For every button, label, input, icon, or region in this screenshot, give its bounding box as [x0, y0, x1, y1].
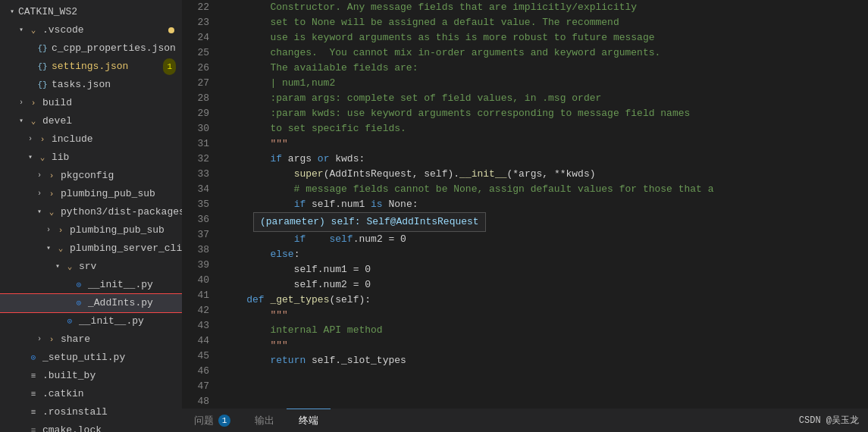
c-cpp-label: c_cpp_properties.json [52, 40, 176, 57]
cmake-icon: ≡ [27, 424, 39, 432]
sidebar-plumbing-pub-sub2[interactable]: › plumbing_pub_sub [0, 221, 182, 239]
arrow-icon [24, 131, 36, 148]
tab-problems[interactable]: 问题 1 [182, 409, 243, 432]
sidebar-vscode[interactable]: ⌄ .vscode [0, 21, 182, 39]
sidebar-share[interactable]: › share [0, 330, 182, 349]
settings-badge: 1 [163, 58, 176, 75]
tab-output-label: 输出 [255, 414, 274, 427]
arrow-icon [15, 95, 27, 111]
json-icon: {} [36, 61, 49, 73]
line-number: 22 [185, 0, 209, 15]
sidebar-pkgconfig[interactable]: › pkgconfig [0, 167, 182, 185]
sidebar-catkin[interactable]: ≡ .catkin [0, 385, 182, 403]
line-number: 47 [185, 379, 209, 394]
folder-icon: ⌄ [45, 206, 58, 218]
line-number: 23 [185, 15, 209, 30]
sidebar-devel[interactable]: ⌄ devel [0, 112, 182, 130]
modified-dot [168, 27, 174, 33]
line-number: 32 [185, 152, 209, 167]
code-line: use is keyword arguments as this is more… [223, 30, 868, 45]
settings-label: settings.json [52, 58, 128, 75]
sidebar-rosinstall[interactable]: ≡ .rosinstall [0, 403, 182, 421]
line-number: 25 [185, 45, 209, 61]
line-number: 28 [185, 91, 209, 106]
code-area[interactable]: Constructor. Any message fields that are… [217, 0, 868, 408]
line-number: 29 [185, 106, 209, 121]
code-line: if self.num1 is None: [223, 197, 868, 212]
folder-icon: › [36, 133, 49, 146]
sidebar-plumbing-pub-sub[interactable]: › plumbing_pub_sub [0, 185, 182, 203]
file-icon: ≡ [27, 388, 39, 400]
code-line: self.num2 = 0 [223, 277, 868, 293]
sidebar-c-cpp[interactable]: {} c_cpp_properties.json [0, 39, 182, 58]
sidebar-python3[interactable]: ⌄ python3/dist-packages [0, 203, 182, 221]
sidebar-lib[interactable]: ⌄ lib [0, 149, 182, 167]
code-line: super(AddIntsRequest, self).__init__(*ar… [223, 167, 868, 182]
sidebar-init-py[interactable]: ⊙ __init__.py [0, 276, 182, 294]
line-number: 46 [185, 364, 209, 379]
tab-output[interactable]: 输出 [243, 409, 287, 432]
sidebar-cmake-lock[interactable]: ≡ cmake.lock [0, 421, 182, 432]
code-line: set to None will be assigned a default v… [223, 15, 868, 30]
setup-util-label: _setup_util.py [42, 349, 125, 366]
line-number: 24 [185, 30, 209, 45]
json-icon: {} [36, 42, 49, 55]
sidebar-setup-util[interactable]: ⊙ _setup_util.py [0, 349, 182, 367]
sidebar-built-by[interactable]: ≡ .built_by [0, 367, 182, 385]
main-area: CATKIN_WS2 ⌄ .vscode {} c_cpp_properties… [0, 0, 868, 432]
pkgconfig-label: pkgconfig [61, 167, 114, 184]
python-icon: ⊙ [64, 315, 76, 327]
devel-label: devel [42, 113, 72, 130]
line-number: 27 [185, 76, 209, 91]
plumbing-pub-sub-label: plumbing_pub_sub [61, 186, 155, 202]
line-number: 43 [185, 318, 209, 333]
tasks-label: tasks.json [52, 77, 111, 93]
folder-icon: › [45, 333, 58, 346]
line-numbers: 2223242526272829303132333435363738394041… [182, 0, 217, 408]
code-line: internal API method [223, 323, 868, 338]
folder-icon: › [45, 188, 58, 200]
tab-bar: 问题 1 输出 终端 [182, 409, 331, 432]
sidebar-settings[interactable]: {} settings.json 1 [0, 58, 182, 76]
code-line: changes. You cannot mix in-order argumen… [223, 45, 868, 61]
arrow-icon [33, 204, 45, 221]
arrow-icon [33, 186, 45, 202]
sidebar-srv[interactable]: ⌄ srv [0, 258, 182, 276]
tab-problems-label: 问题 [194, 414, 214, 427]
vscode-label: .vscode [42, 22, 84, 39]
sidebar-root[interactable]: CATKIN_WS2 [0, 3, 182, 21]
line-number: 45 [185, 349, 209, 364]
rosinstall-label: .rosinstall [42, 404, 108, 421]
sidebar-tasks[interactable]: {} tasks.json [0, 76, 182, 94]
line-number: 33 [185, 167, 209, 182]
cmake-lock-label: cmake.lock [42, 422, 102, 432]
sidebar-plumbing-server-client[interactable]: ⌄ plumbing_server_client [0, 239, 182, 258]
sidebar-addints-py[interactable]: ⊙ _AddInts.py [0, 294, 182, 312]
code-line: return self._slot_types [223, 353, 868, 368]
arrow-icon [33, 331, 45, 348]
share-label: share [61, 331, 90, 348]
folder-icon: ⌄ [55, 243, 67, 255]
code-line: if args or kwds: [223, 152, 868, 167]
root-label: CATKIN_WS2 [18, 4, 77, 20]
code-line: to set specific fields. [223, 121, 868, 136]
folder-icon: ⌄ [36, 152, 49, 164]
tab-terminal[interactable]: 终端 [287, 409, 331, 432]
python-icon: ⊙ [73, 297, 85, 309]
line-number: 42 [185, 303, 209, 318]
sidebar-init-py2[interactable]: ⊙ __init__.py [0, 312, 182, 330]
bottom-panel: 问题 1 输出 终端 CSDN @吴玉龙 [182, 408, 868, 432]
editor-content: 2223242526272829303132333435363738394041… [182, 0, 868, 408]
tab-terminal-label: 终端 [299, 414, 318, 427]
sidebar-build[interactable]: › build [0, 94, 182, 112]
sidebar-include[interactable]: › include [0, 130, 182, 149]
json-icon: {} [36, 79, 49, 91]
folder-icon: ⌄ [27, 115, 39, 127]
code-line: | num1,num2 [223, 76, 868, 91]
code-line: """ [223, 338, 868, 353]
catkin-label: .catkin [42, 386, 84, 402]
file-icon: ≡ [27, 370, 39, 382]
line-number: 39 [185, 258, 209, 273]
code-line: (parameter) self: Self@AddIntsRequest [223, 212, 868, 232]
line-number: 40 [185, 273, 209, 288]
